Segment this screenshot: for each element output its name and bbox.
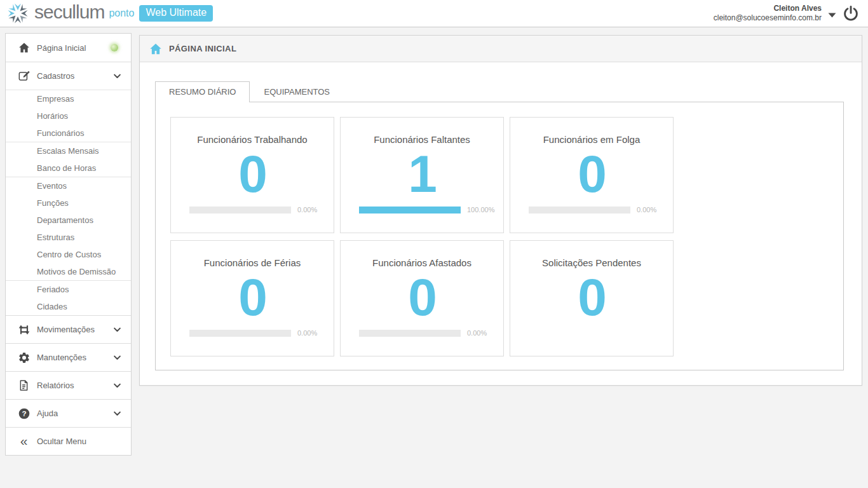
card-funcionarios-afastados: Funcionários Afastados 0 0.00% (340, 240, 504, 356)
sidebar-item-label: Ocultar Menu (37, 437, 122, 446)
secullum-snowflake-icon (6, 2, 29, 25)
tab-bar: RESUMO DIÁRIO EQUIPAMENTOS (155, 81, 846, 102)
page-title: PÁGINA INICIAL (169, 44, 236, 53)
help-question-icon: ? (17, 407, 31, 420)
sidebar-item-ocultar-menu[interactable]: « Ocultar Menu (6, 427, 131, 455)
card-title: Funcionários de Férias (171, 257, 334, 268)
progress-track (189, 330, 291, 337)
page-body: RESUMO DIÁRIO EQUIPAMENTOS Funcionários … (140, 62, 862, 370)
sidebar-item-estruturas[interactable]: Estruturas (6, 229, 131, 246)
user-email: cleiton@solucoeseminfo.com.br (714, 13, 822, 23)
tab-equipamentos[interactable]: EQUIPAMENTOS (250, 81, 344, 102)
card-solicitacoes-pendentes: Solicitações Pendentes 0 (510, 240, 674, 356)
gear-icon (17, 351, 31, 364)
sidebar-item-funcionarios[interactable]: Funcionários (6, 125, 131, 142)
edit-icon (17, 70, 31, 83)
progress-bar: 0.00% (189, 206, 317, 214)
card-title: Funcionários Afastados (341, 257, 503, 268)
sidebar-item-cadastros[interactable]: Cadastros (6, 62, 131, 90)
chevron-down-icon (112, 409, 122, 418)
sidebar-item-horarios[interactable]: Horários (6, 107, 131, 125)
progress-percent: 0.00% (297, 206, 317, 214)
progress-percent: 0.00% (467, 329, 487, 337)
sidebar-item-escalas-mensais[interactable]: Escalas Mensais (6, 142, 131, 159)
online-status-dot (111, 44, 118, 51)
card-funcionarios-trabalhando: Funcionários Trabalhando 0 0.00% (170, 117, 334, 233)
progress-bar: 0.00% (359, 329, 487, 337)
sidebar-item-centro-de-custos[interactable]: Centro de Custos (6, 246, 131, 263)
sidebar-item-movimentacoes[interactable]: Movimentações (6, 315, 131, 343)
sidebar-item-label: Manutenções (37, 353, 112, 362)
progress-track (189, 207, 291, 214)
tab-panel: Funcionários Trabalhando 0 0.00% Funcion… (155, 102, 844, 370)
sidebar-item-label: Relatórios (37, 381, 112, 390)
progress-track (359, 207, 461, 214)
sidebar-item-cidades[interactable]: Cidades (6, 298, 131, 315)
home-icon (17, 41, 31, 54)
svg-text:?: ? (22, 409, 26, 417)
card-title: Funcionários Trabalhando (171, 134, 334, 145)
sidebar-item-label: Ajuda (37, 409, 112, 418)
brand-name: secullum (34, 3, 104, 22)
progress-fill (359, 207, 461, 214)
page-header: PÁGINA INICIAL (140, 36, 862, 62)
top-header: secullum ponto Web Ultimate Cleiton Alve… (0, 0, 868, 27)
repeat-arrows-icon (17, 323, 31, 336)
card-title: Funcionários Faltantes (341, 134, 503, 145)
submenu-group: Escalas Mensais Banco de Horas (6, 142, 131, 177)
main-content: PÁGINA INICIAL RESUMO DIÁRIO EQUIPAMENTO… (139, 35, 862, 386)
user-name: Cleiton Alves (714, 4, 822, 13)
sidebar-item-banco-de-horas[interactable]: Banco de Horas (6, 159, 131, 177)
user-menu-caret-icon[interactable] (828, 13, 836, 18)
card-value: 1 (341, 148, 503, 200)
card-value: 0 (341, 271, 503, 323)
progress-track (359, 330, 461, 337)
user-area: Cleiton Alves cleiton@solucoeseminfo.com… (714, 4, 859, 23)
sidebar-item-eventos[interactable]: Eventos (6, 177, 131, 194)
sidebar-item-departamentos[interactable]: Departamentos (6, 212, 131, 229)
progress-bar: 0.00% (529, 206, 656, 214)
sidebar-item-label: Página Inicial (37, 43, 111, 53)
secullum-logo: secullum ponto Web Ultimate (6, 2, 213, 25)
sidebar-item-manutencoes[interactable]: Manutenções (6, 343, 131, 371)
progress-bar: 100.00% (359, 206, 494, 214)
summary-cards: Funcionários Trabalhando 0 0.00% Funcion… (156, 102, 843, 371)
card-value: 0 (171, 148, 334, 200)
card-title: Solicitações Pendentes (510, 257, 673, 268)
chevron-down-icon (112, 71, 122, 81)
chevron-down-icon (112, 353, 122, 362)
tab-resumo-diario[interactable]: RESUMO DIÁRIO (155, 81, 250, 102)
submenu-group: Eventos Funções Departamentos Estruturas… (6, 177, 131, 280)
report-document-icon (17, 379, 31, 391)
progress-track (529, 207, 630, 214)
submenu-group: Empresas Horários Funcionários (6, 90, 131, 142)
card-funcionarios-de-ferias: Funcionários de Férias 0 0.00% (170, 240, 334, 356)
chevron-down-icon (112, 325, 122, 334)
sidebar-item-motivos-de-demissao[interactable]: Motivos de Demissão (6, 263, 131, 280)
sidebar-item-funcoes[interactable]: Funções (6, 194, 131, 212)
card-funcionarios-em-folga: Funcionários em Folga 0 0.00% (510, 117, 674, 233)
sidebar-item-feriados[interactable]: Feriados (6, 281, 131, 298)
collapse-double-chevron-icon: « (17, 436, 31, 447)
sidebar-item-pagina-inicial[interactable]: Página Inicial (6, 34, 131, 62)
card-value: 0 (171, 271, 334, 323)
submenu-group: Feriados Cidades (6, 280, 131, 315)
sidebar-item-empresas[interactable]: Empresas (6, 90, 131, 107)
cadastros-submenu: Empresas Horários Funcionários Escalas M… (6, 90, 131, 315)
home-blue-icon (149, 42, 163, 56)
sidebar: Página Inicial Cadastros Empresas Horári… (5, 33, 132, 456)
sidebar-item-label: Cadastros (37, 71, 112, 81)
progress-percent: 0.00% (637, 206, 656, 214)
card-title: Funcionários em Folga (510, 134, 673, 145)
card-value: 0 (510, 148, 673, 200)
user-info: Cleiton Alves cleiton@solucoeseminfo.com… (714, 4, 822, 23)
edition-badge: Web Ultimate (139, 5, 213, 21)
logout-power-icon[interactable] (843, 5, 859, 22)
brand-product: ponto (109, 8, 134, 19)
progress-percent: 100.00% (467, 206, 494, 214)
sidebar-item-relatorios[interactable]: Relatórios (6, 371, 131, 399)
sidebar-item-ajuda[interactable]: ? Ajuda (6, 399, 131, 427)
card-value: 0 (510, 271, 673, 323)
card-funcionarios-faltantes: Funcionários Faltantes 1 100.00% (340, 117, 504, 233)
progress-percent: 0.00% (297, 329, 317, 337)
